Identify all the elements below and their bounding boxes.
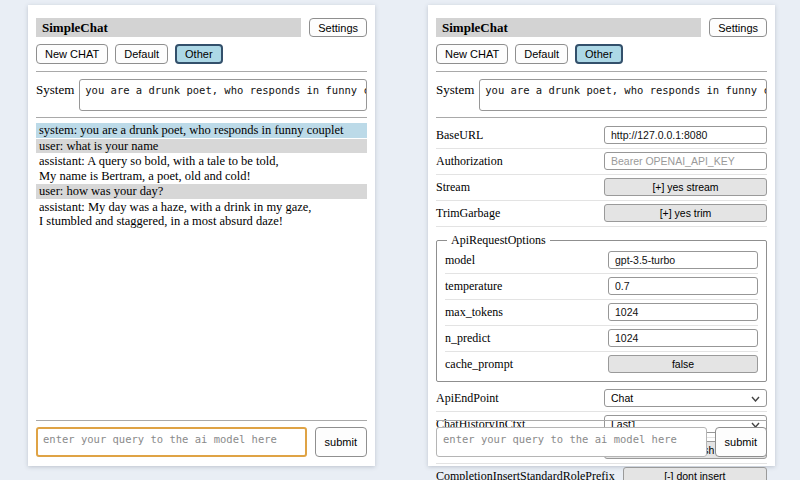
settings-panel: SimpleChat Settings New CHAT Default Oth… <box>428 5 775 466</box>
setting-row-api-endpoint: ApiEndPoint Chat <box>436 386 767 412</box>
setting-row-completion-insert-standard-role-prefix: CompletionInsertStandardRolePrefix [-] d… <box>436 464 767 480</box>
setting-row-cache-prompt: cache_prompt false <box>445 352 758 377</box>
chat-message-line: My name is Bertram, a poet, old and cold… <box>39 169 364 184</box>
setting-row-n-predict: n_predict <box>445 326 758 352</box>
chat-log: system: you are a drunk poet, who respon… <box>36 123 367 229</box>
chat-message-line: assistant: A query so bold, with a tale … <box>39 154 364 169</box>
model-input[interactable] <box>608 251 758 269</box>
title-bar: SimpleChat Settings <box>436 18 767 37</box>
chat-message-user: user: how was your day? <box>36 184 367 199</box>
chat-message-line: I stumbled and staggered, in a most absu… <box>39 214 364 229</box>
setting-label: Stream <box>436 180 470 195</box>
completion-insert-role-prefix-toggle-button[interactable]: [-] dont insert <box>623 467 767 480</box>
setting-row-temperature: temperature <box>445 274 758 300</box>
trimgarbage-toggle-button[interactable]: [+] yes trim <box>604 204 767 222</box>
query-footer: submit <box>436 415 767 457</box>
temperature-input[interactable] <box>608 277 758 295</box>
setting-row-max-tokens: max_tokens <box>445 300 758 326</box>
chat-message-system: system: you are a drunk poet, who respon… <box>36 123 367 138</box>
system-prompt-input[interactable]: you are a drunk poet, who responds in fu… <box>79 79 367 111</box>
setting-label: max_tokens <box>445 305 503 320</box>
chat-message-assistant: assistant: My day was a haze, with a dri… <box>36 200 367 229</box>
submit-button[interactable]: submit <box>315 427 367 457</box>
query-row: submit <box>36 427 367 457</box>
system-prompt-input[interactable]: you are a drunk poet, who responds in fu… <box>479 79 767 111</box>
api-endpoint-select[interactable]: Chat <box>604 389 767 407</box>
divider <box>436 71 767 72</box>
chat-panel: SimpleChat Settings New CHAT Default Oth… <box>28 5 375 466</box>
session-tab-other[interactable]: Other <box>575 44 623 64</box>
fieldset-legend: ApiRequestOptions <box>447 233 550 248</box>
system-prompt-label: System <box>436 79 474 111</box>
divider <box>36 71 367 72</box>
chevron-down-icon <box>751 392 760 404</box>
setting-row-authorization: Authorization <box>436 149 767 175</box>
session-tab-other[interactable]: Other <box>175 44 223 64</box>
cache-prompt-toggle-button[interactable]: false <box>608 355 758 373</box>
divider <box>436 420 767 421</box>
system-prompt-row: System you are a drunk poet, who respond… <box>36 79 367 111</box>
session-tab-default[interactable]: Default <box>515 44 568 64</box>
query-row: submit <box>436 427 767 457</box>
setting-row-trimgarbage: TrimGarbage [+] yes trim <box>436 201 767 227</box>
divider <box>436 117 767 118</box>
chat-message-line: assistant: My day was a haze, with a dri… <box>39 200 364 215</box>
authorization-input[interactable] <box>604 152 767 170</box>
stream-toggle-button[interactable]: [+] yes stream <box>604 178 767 196</box>
session-tab-new-chat[interactable]: New CHAT <box>36 44 108 64</box>
app-title: SimpleChat <box>436 18 701 37</box>
setting-row-baseurl: BaseURL <box>436 123 767 149</box>
settings-button[interactable]: Settings <box>709 18 767 37</box>
divider <box>36 420 367 421</box>
setting-label: n_predict <box>445 331 490 346</box>
settings-button[interactable]: Settings <box>309 18 367 37</box>
session-tabs: New CHAT Default Other <box>36 44 367 64</box>
query-footer: submit <box>36 415 367 457</box>
setting-row-model: model <box>445 248 758 274</box>
session-tabs: New CHAT Default Other <box>436 44 767 64</box>
app-title: SimpleChat <box>36 18 301 37</box>
setting-row-stream: Stream [+] yes stream <box>436 175 767 201</box>
session-tab-default[interactable]: Default <box>115 44 168 64</box>
setting-label: BaseURL <box>436 128 483 143</box>
setting-label: temperature <box>445 279 502 294</box>
system-prompt-label: System <box>36 79 74 111</box>
setting-label: CompletionInsertStandardRolePrefix <box>436 469 615 480</box>
page-background: SimpleChat Settings New CHAT Default Oth… <box>0 0 800 480</box>
api-request-options-fieldset: ApiRequestOptions model temperature max_… <box>436 233 767 382</box>
setting-label: ApiEndPoint <box>436 391 499 406</box>
baseurl-input[interactable] <box>604 126 767 144</box>
setting-label: model <box>445 253 475 268</box>
max-tokens-input[interactable] <box>608 303 758 321</box>
setting-label: TrimGarbage <box>436 206 500 221</box>
submit-button[interactable]: submit <box>715 427 767 457</box>
setting-label: Authorization <box>436 154 503 169</box>
query-input[interactable] <box>436 427 707 457</box>
divider <box>36 117 367 118</box>
setting-label: cache_prompt <box>445 357 513 372</box>
title-bar: SimpleChat Settings <box>36 18 367 37</box>
select-value: Chat <box>611 392 633 404</box>
n-predict-input[interactable] <box>608 329 758 347</box>
chat-message-user: user: what is your name <box>36 139 367 154</box>
system-prompt-row: System you are a drunk poet, who respond… <box>436 79 767 111</box>
query-input[interactable] <box>36 427 307 457</box>
chat-message-assistant: assistant: A query so bold, with a tale … <box>36 154 367 183</box>
session-tab-new-chat[interactable]: New CHAT <box>436 44 508 64</box>
